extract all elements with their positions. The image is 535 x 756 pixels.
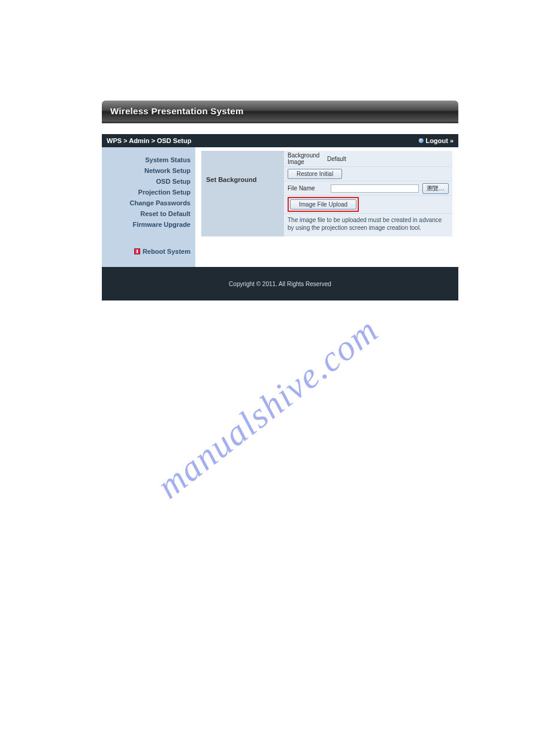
sidebar-item-firmware-upgrade[interactable]: Firmware Upgrade [107, 219, 191, 230]
reboot-label: Reboot System [143, 248, 191, 255]
upload-highlight: Image File Upload [288, 197, 359, 212]
sidebar-item-network-setup[interactable]: Network Setup [107, 165, 191, 176]
title-spacer [102, 123, 458, 134]
sidebar-item-reset-to-default[interactable]: Reset to Default [107, 208, 191, 219]
file-name-input[interactable] [331, 184, 419, 193]
page-title: Wireless Presentation System [110, 106, 244, 116]
restore-row: Restore Initial [284, 167, 452, 181]
sidebar-item-system-status[interactable]: System Status [107, 154, 191, 165]
sidebar-item-osd-setup[interactable]: OSD Setup [107, 176, 191, 187]
logout-label: Logout » [426, 137, 454, 144]
breadcrumb: WPS > Admin > OSD Setup [107, 137, 191, 144]
sidebar-item-projection-setup[interactable]: Projection Setup [107, 187, 191, 198]
sidebar-item-reboot[interactable]: Reboot System [107, 248, 191, 255]
title-bar: Wireless Presentation System [102, 101, 458, 123]
power-icon [134, 248, 140, 254]
bg-image-value: Default [327, 156, 449, 162]
admin-page: Wireless Presentation System WPS > Admin… [102, 101, 458, 300]
footer: Copyright © 2011. All Rights Reserved [102, 267, 458, 300]
sidebar: System Status Network Setup OSD Setup Pr… [102, 147, 195, 267]
panel-heading: Set Background [201, 151, 284, 236]
browse-button[interactable]: 瀏覽… [422, 183, 449, 194]
restore-initial-button[interactable]: Restore Initial [288, 169, 342, 179]
content-area: Set Background Background Image Default … [195, 147, 458, 267]
watermark: manualshive.com [149, 309, 386, 507]
file-name-label: File Name [288, 185, 327, 192]
logout-link[interactable]: Logout » [419, 137, 454, 144]
image-file-upload-button[interactable]: Image File Upload [290, 199, 356, 210]
bg-image-label: Background Image [288, 152, 327, 165]
sidebar-item-change-passwords[interactable]: Change Passwords [107, 198, 191, 208]
body-row: System Status Network Setup OSD Setup Pr… [102, 147, 458, 267]
panel-body: Background Image Default Restore Initial… [284, 151, 452, 236]
upload-row: Image File Upload [284, 196, 452, 214]
logout-icon [419, 138, 424, 143]
bg-image-row: Background Image Default [284, 151, 452, 167]
breadcrumb-bar: WPS > Admin > OSD Setup Logout » [102, 134, 458, 147]
copyright: Copyright © 2011. All Rights Reserved [229, 281, 331, 287]
upload-note: The image file to be uploaded must be cr… [284, 214, 452, 236]
file-name-row: File Name 瀏覽… [284, 181, 452, 196]
set-background-panel: Set Background Background Image Default … [201, 151, 452, 236]
